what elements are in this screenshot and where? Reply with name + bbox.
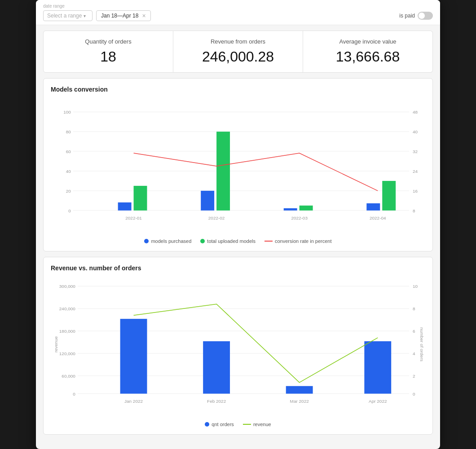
legend-label-conversion: conversion rate in percent [275, 238, 332, 244]
metric-avg-value: 13,666.68 [312, 48, 423, 65]
metric-revenue: Revenue from orders 246,000.28 [173, 31, 303, 73]
svg-text:120,000: 120,000 [59, 351, 75, 356]
bar-jan-revenue [120, 319, 147, 394]
svg-text:2022-04: 2022-04 [370, 216, 386, 220]
bar-04-uploaded [382, 181, 396, 211]
svg-text:8: 8 [413, 208, 415, 213]
revenue-chart-area: 300,000 240,000 180,000 120,000 60,000 0… [51, 277, 425, 418]
revenue-chart-legend: qnt orders revenue [51, 422, 425, 427]
revenue-orders-chart: Revenue vs. number of orders 300,000 240… [43, 257, 433, 435]
models-chart-title: Models conversion [51, 86, 425, 93]
legend-line-lime [243, 424, 251, 425]
svg-text:240,000: 240,000 [59, 306, 75, 311]
legend-conversion-rate: conversion rate in percent [264, 238, 332, 244]
select-range-dropdown[interactable]: Select a range ▾ [43, 10, 93, 21]
svg-text:0: 0 [413, 392, 415, 396]
svg-text:10: 10 [413, 284, 418, 289]
bar-03-purchased [284, 208, 297, 211]
svg-text:2022-03: 2022-03 [291, 216, 308, 220]
legend-label-uploaded: total uploaded models [207, 238, 256, 244]
dropdown-arrow-icon: ▾ [84, 13, 86, 18]
svg-text:40: 40 [66, 169, 71, 174]
svg-text:6: 6 [413, 329, 415, 334]
conversion-rate-line [134, 153, 378, 191]
legend-dot-blue [144, 239, 149, 243]
svg-text:0: 0 [73, 392, 75, 396]
legend-dot-green [200, 239, 205, 243]
svg-text:24: 24 [413, 169, 418, 174]
select-range-label: Select a range [47, 13, 82, 19]
models-chart-legend: models purchased total uploaded models c… [51, 238, 425, 244]
metrics-row: Quantity of orders 18 Revenue from order… [43, 31, 433, 73]
metric-revenue-label: Revenue from orders [182, 38, 294, 45]
date-value: Jan 18—Apr 18 [101, 13, 138, 19]
svg-text:180,000: 180,000 [59, 329, 75, 334]
orders-line [134, 304, 378, 383]
metric-quantity-value: 18 [53, 48, 164, 65]
bar-03-uploaded [300, 206, 313, 211]
bar-02-purchased [201, 191, 214, 211]
svg-text:0: 0 [68, 208, 71, 213]
date-range-label: date range [43, 4, 433, 9]
revenue-y-label: revenue [53, 336, 58, 352]
svg-text:100: 100 [63, 110, 71, 114]
is-paid-toggle[interactable] [418, 12, 433, 20]
legend-line-red [264, 241, 273, 242]
is-paid-label: is paid [399, 13, 415, 19]
bar-02-uploaded [216, 132, 230, 211]
legend-label-qnt: qnt orders [212, 422, 234, 427]
legend-total-uploaded: total uploaded models [200, 238, 256, 244]
metric-revenue-value: 246,000.28 [182, 48, 294, 65]
bar-feb-revenue [203, 341, 230, 394]
date-tag: Jan 18—Apr 18 × [96, 10, 151, 21]
svg-text:300,000: 300,000 [59, 284, 75, 289]
main-window: date range Select a range ▾ Jan 18—Apr 1… [36, 0, 440, 449]
bar-apr-revenue [364, 341, 391, 394]
metric-avg-label: Average invoice value [312, 38, 423, 45]
legend-label-purchased: models purchased [151, 238, 191, 244]
svg-text:32: 32 [413, 149, 418, 154]
svg-text:40: 40 [413, 129, 418, 134]
filter-bar: date range Select a range ▾ Jan 18—Apr 1… [36, 0, 440, 25]
svg-text:8: 8 [413, 306, 415, 311]
legend-label-rev: revenue [253, 422, 271, 427]
close-icon[interactable]: × [142, 13, 145, 19]
svg-text:60,000: 60,000 [62, 374, 75, 379]
metric-avg-invoice: Average invoice value 13,666.68 [303, 31, 433, 73]
svg-text:Jan 2022: Jan 2022 [124, 399, 143, 404]
bar-mar-revenue [286, 386, 313, 394]
svg-text:Apr 2022: Apr 2022 [369, 399, 387, 404]
svg-text:2022-02: 2022-02 [208, 216, 225, 220]
metric-quantity: Quantity of orders 18 [43, 31, 173, 73]
bar-04-purchased [366, 203, 380, 211]
bar-01-uploaded [134, 186, 147, 211]
bar-01-purchased [118, 202, 132, 211]
svg-text:2022-01: 2022-01 [125, 216, 142, 220]
svg-text:Mar 2022: Mar 2022 [290, 399, 309, 404]
svg-text:80: 80 [66, 129, 71, 134]
models-conversion-chart: Models conversion 100 80 60 40 20 0 48 4… [43, 78, 433, 251]
legend-revenue-line: revenue [243, 422, 271, 427]
models-chart-area: 100 80 60 40 20 0 48 40 32 24 16 8 2022-… [51, 98, 425, 235]
metric-quantity-label: Quantity of orders [53, 38, 164, 45]
svg-text:4: 4 [413, 351, 415, 356]
legend-dot-blue-rev [205, 422, 209, 427]
svg-text:16: 16 [413, 189, 418, 194]
svg-text:2: 2 [413, 374, 415, 379]
svg-text:20: 20 [66, 189, 71, 194]
orders-y-label: number of orders [419, 327, 424, 361]
revenue-chart-svg: 300,000 240,000 180,000 120,000 60,000 0… [51, 277, 425, 416]
models-chart-svg: 100 80 60 40 20 0 48 40 32 24 16 8 2022-… [51, 98, 425, 233]
revenue-chart-title: Revenue vs. number of orders [51, 264, 425, 272]
legend-qnt-orders: qnt orders [205, 422, 234, 427]
svg-text:48: 48 [413, 110, 418, 114]
svg-text:60: 60 [66, 149, 71, 154]
svg-text:Feb 2022: Feb 2022 [207, 399, 226, 404]
legend-models-purchased: models purchased [144, 238, 191, 244]
